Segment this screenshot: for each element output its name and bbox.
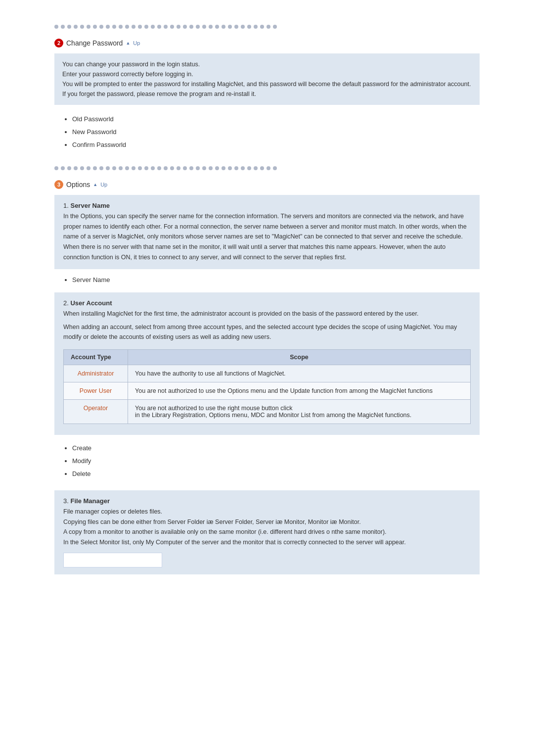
section2-info-line1: You can change your password in the logi…	[62, 61, 200, 68]
section2-bullets: Old Passworld New Passworld Confirm Pass…	[54, 113, 480, 151]
section2-info-box: You can change your password in the logi…	[54, 53, 480, 105]
section2-info-line3: You will be prompted to enter the passwo…	[62, 81, 471, 97]
user-account-title: User Account	[70, 299, 112, 307]
section2-up-link[interactable]: Up	[133, 40, 140, 46]
file-manager-line1: File manager copies or deletes files.	[63, 507, 471, 517]
section2-number: 2	[54, 39, 63, 47]
file-manager-body: File manager copies or deletes files. Co…	[63, 507, 471, 567]
bullet-old-password: Old Passworld	[72, 113, 480, 126]
section3-up-link[interactable]: Up	[100, 182, 107, 188]
user-account-bullets: Create Modify Delete	[54, 442, 480, 480]
section2-info-line2: Enter your password correctly before log…	[62, 71, 193, 78]
middle-separator	[54, 166, 480, 170]
account-type-operator: Operator	[64, 400, 128, 424]
table-row: Power User You are not authorized to use…	[64, 382, 471, 400]
file-manager-num: 3. File Manager	[63, 497, 471, 505]
bullet-create: Create	[72, 442, 480, 455]
section3-header: 3 Options ▲ Up	[54, 180, 480, 189]
table-header-scope: Scope	[128, 350, 471, 365]
section3-title: Options	[66, 181, 90, 189]
account-type-admin: Administrator	[64, 365, 128, 382]
server-name-bullet: Server Name	[72, 276, 480, 284]
up-arrow-icon: ▲	[126, 41, 130, 46]
server-name-bullet-list: Server Name	[54, 276, 480, 284]
bullet-delete: Delete	[72, 468, 480, 480]
user-account-box: 2. User Account When installing MagicNet…	[54, 292, 480, 435]
account-scope-operator: You are not authorized to use the right …	[128, 400, 471, 424]
section3-up-arrow-icon: ▲	[93, 182, 97, 187]
file-manager-inner-box	[63, 553, 162, 567]
file-manager-line4: In the Select Monitor list, only My Comp…	[63, 537, 471, 548]
top-separator: // We'll render dots in the template bel…	[54, 25, 480, 29]
account-type-table: Account Type Scope Administrator You hav…	[63, 349, 471, 424]
file-manager-line3: A copy from a monitor to another is avai…	[63, 527, 471, 537]
table-header-type: Account Type	[64, 350, 128, 365]
file-manager-line2: Copying files can be done either from Se…	[63, 517, 471, 527]
user-account-num: 2. User Account	[63, 299, 471, 307]
table-row: Operator You are not authorized to use t…	[64, 400, 471, 424]
bullet-modify: Modify	[72, 455, 480, 468]
file-manager-title: File Manager	[70, 497, 109, 505]
user-account-body2: When adding an account, select from amon…	[63, 322, 471, 342]
table-row: Administrator You have the authority to …	[64, 365, 471, 382]
server-name-title: Server Name	[70, 202, 110, 209]
account-scope-power: You are not authorized to use the Option…	[128, 382, 471, 400]
section2-title: Change Password	[66, 39, 123, 47]
page-container: // We'll render dots in the template bel…	[54, 0, 480, 591]
bullet-new-password: New Passworld	[72, 126, 480, 139]
account-type-power: Power User	[64, 382, 128, 400]
server-name-body: In the Options, you can specify the serv…	[63, 211, 471, 262]
server-name-box: 1. Server Name In the Options, you can s…	[54, 195, 480, 269]
server-name-num: 1. Server Name	[63, 202, 471, 209]
user-account-body1: When installing MagicNet for the first t…	[63, 309, 471, 319]
section2-header: 2 Change Password ▲ Up	[54, 39, 480, 47]
account-scope-admin: You have the authority to use all functi…	[128, 365, 471, 382]
bullet-confirm-password: Confirm Passworld	[72, 139, 480, 151]
file-manager-box: 3. File Manager File manager copies or d…	[54, 490, 480, 574]
section3-number: 3	[54, 180, 63, 189]
